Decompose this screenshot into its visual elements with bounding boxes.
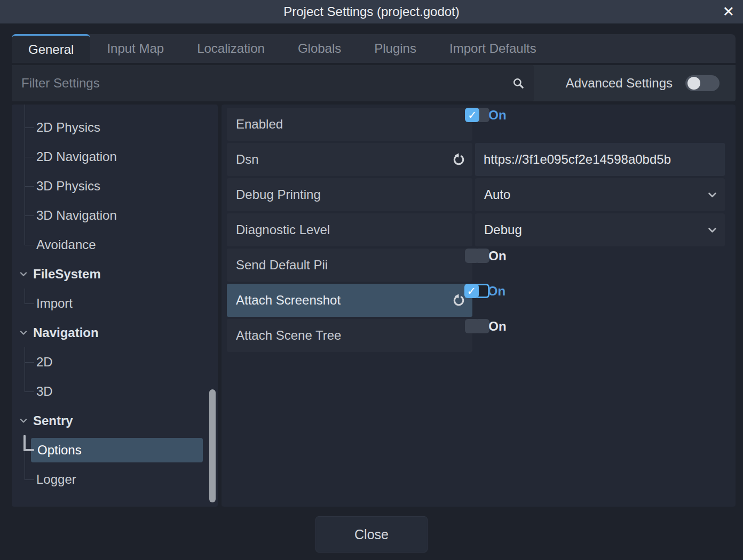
tree-connector [12,171,36,201]
advanced-settings-toggle[interactable] [685,75,720,91]
sidebar-item-2d[interactable]: 2D [12,347,218,377]
tab-general[interactable]: General [12,34,90,63]
setting-row-dsn: Dsnhttps://3f1e095cf2e14598a0bd5b [227,143,725,176]
chevron-down-icon[interactable] [707,190,717,200]
search-input[interactable] [12,65,534,101]
window-title: Project Settings (project.godot) [283,4,460,19]
setting-label: Attach Scene Tree [236,328,472,343]
checkbox[interactable]: ✓ [464,284,479,298]
tree-connector [12,113,36,142]
filter-toolbar: Advanced Settings [12,65,736,101]
setting-row-attach-screenshot: Attach Screenshot✓On [227,284,725,317]
advanced-settings-label: Advanced Settings [566,76,673,91]
tab-localization[interactable]: Localization [180,34,281,63]
setting-value-cell[interactable]: Auto [475,178,725,211]
setting-row-diagnostic-level: Diagnostic LevelDebug [227,213,725,246]
text-input-value: https://3f1e095cf2e14598a0bd5b [484,152,671,167]
sidebar-item-label: Logger [36,472,76,487]
sidebar-item-sentry[interactable]: Sentry [12,406,218,435]
checkbox[interactable] [465,319,479,333]
tab-import-defaults[interactable]: Import Defaults [433,34,553,63]
sidebar-item-navigation[interactable]: Navigation [12,318,218,347]
setting-row-enabled: Enabled✓On [227,108,725,141]
setting-label-cell[interactable]: Send Default Pii [227,249,472,282]
sidebar-item-label: Avoidance [36,237,96,252]
tab-label: Input Map [107,41,164,56]
search-icon [511,76,525,90]
setting-value-cell[interactable]: On [475,319,489,333]
tab-label: Localization [197,41,265,56]
sidebar-section-label: Sentry [33,413,73,428]
tree-connector [12,377,36,406]
sidebar-item-2d-physics[interactable]: 2D Physics [12,113,218,142]
checkbox-state-label: On [488,108,506,123]
setting-row-send-default-pii: Send Default PiiOn [227,249,725,282]
checkbox-state-label: On [488,284,505,299]
close-icon[interactable]: ✕ [722,2,734,21]
toggle-knob [687,77,700,90]
sidebar-item-label: 3D Physics [36,179,100,194]
setting-label-cell[interactable]: Attach Scene Tree [227,319,472,352]
setting-value-cell[interactable]: ✓On [475,108,489,122]
sidebar-item-3d-physics[interactable]: 3D Physics [12,171,218,201]
tab-label: Plugins [374,41,416,56]
sidebar-item-import[interactable]: Import [12,289,218,318]
tree-connector [12,465,36,494]
setting-label: Enabled [236,117,472,132]
close-button[interactable]: Close [315,516,428,553]
sidebar-section-label: Navigation [33,325,99,340]
chevron-down-icon[interactable] [19,417,28,425]
sidebar-item-avoidance[interactable]: Avoidance [12,230,218,259]
tree-connector [12,347,36,377]
tab-input-map[interactable]: Input Map [90,34,180,63]
tree-connector [12,289,36,318]
setting-label: Send Default Pii [236,258,472,273]
sidebar-scrollbar-thumb[interactable] [209,389,216,502]
setting-label: Diagnostic Level [236,222,472,237]
filter-input-wrap [12,65,534,101]
setting-label-cell[interactable]: Enabled [227,108,472,141]
dropdown-value: Auto [484,187,510,202]
tree-connector [12,201,36,230]
checkbox[interactable]: ✓ [465,108,479,122]
sidebar-section-label: FileSystem [33,267,101,282]
setting-label-cell[interactable]: Debug Printing [227,178,472,211]
tab-label: Globals [298,41,341,56]
revert-icon[interactable] [452,293,466,308]
checkbox-state-label: On [488,319,506,334]
chevron-down-icon[interactable] [19,329,28,337]
sidebar-item-options[interactable]: Options [12,435,218,465]
chevron-down-icon[interactable] [707,225,717,235]
tree-connector [12,142,36,171]
sidebar-item-filesystem[interactable]: FileSystem [12,259,218,289]
dropdown-value: Debug [484,222,522,237]
setting-value-cell[interactable]: https://3f1e095cf2e14598a0bd5b [475,143,725,176]
tab-plugins[interactable]: Plugins [358,34,433,63]
sidebar-item-label: 2D Physics [36,120,100,135]
setting-value-cell[interactable]: On [475,249,489,263]
sidebar-item-3d-navigation[interactable]: 3D Navigation [12,201,218,230]
tab-bar: GeneralInput MapLocalizationGlobalsPlugi… [12,34,736,63]
tab-label: Import Defaults [449,41,536,56]
checkbox-state-label: On [488,249,506,263]
revert-icon[interactable] [452,153,466,167]
chevron-down-icon[interactable] [19,270,28,278]
sidebar-item-label: 3D Navigation [36,208,117,223]
setting-label-cell[interactable]: Diagnostic Level [227,213,472,246]
setting-label-cell[interactable]: Attach Screenshot [227,284,472,317]
sidebar-item-2d-navigation[interactable]: 2D Navigation [12,142,218,171]
advanced-settings-group: Advanced Settings [566,75,720,91]
setting-row-attach-scene-tree: Attach Scene TreeOn [227,319,725,352]
sidebar-item-label: Import [36,296,73,311]
checkbox[interactable] [465,249,479,263]
setting-value-cell[interactable]: Debug [475,213,725,246]
tree-connector [12,435,36,465]
sidebar-item-label: 2D [36,355,53,370]
tab-globals[interactable]: Globals [281,34,358,63]
sidebar-item-label: Options [31,438,203,462]
tab-label: General [28,42,74,57]
sidebar-item-logger[interactable]: Logger [12,465,218,494]
sidebar-item-3d[interactable]: 3D [12,377,218,406]
setting-label-cell[interactable]: Dsn [227,143,472,176]
setting-value-cell[interactable]: ✓On [475,284,489,298]
